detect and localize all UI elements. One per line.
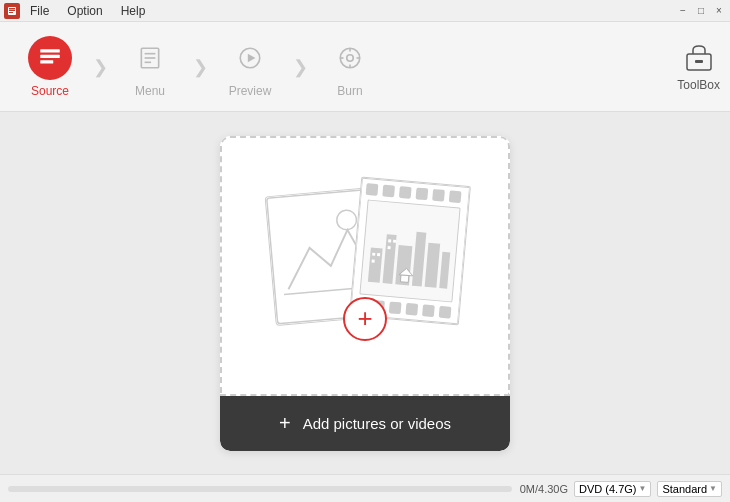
preview-icon-bg	[228, 36, 272, 80]
minimize-button[interactable]: −	[676, 4, 690, 18]
add-icon: +	[279, 412, 291, 435]
svg-rect-2	[9, 10, 15, 11]
menu-option[interactable]: Option	[59, 2, 110, 20]
svg-rect-5	[40, 54, 60, 57]
toolbar-burn[interactable]: Burn	[310, 27, 390, 107]
toolbar-preview[interactable]: Preview	[210, 27, 290, 107]
standard-label: Standard	[662, 483, 707, 495]
burn-icon	[337, 45, 363, 71]
progress-bar	[8, 486, 512, 492]
standard-dropdown-arrow: ▼	[709, 484, 717, 493]
arrow-3: ❯	[290, 42, 310, 92]
status-right: 0M/4.30G DVD (4.7G) ▼ Standard ▼	[520, 481, 722, 497]
add-media-button[interactable]: + Add pictures or videos	[220, 396, 510, 451]
svg-rect-1	[9, 8, 15, 10]
toolbox-label: ToolBox	[677, 78, 720, 92]
drop-zone[interactable]: ✦ ✦ ✦	[220, 136, 510, 451]
menu-label: Menu	[135, 84, 165, 98]
dvd-dropdown-arrow: ▼	[639, 484, 647, 493]
source-label: Source	[31, 84, 69, 98]
title-bar-left: File Option Help	[4, 2, 153, 20]
svg-rect-6	[40, 60, 53, 63]
app-icon	[4, 3, 20, 19]
size-status: 0M/4.30G	[520, 483, 568, 495]
menu-help[interactable]: Help	[113, 2, 154, 20]
toolbar: Source ❯ Menu ❯ Preview ❯	[0, 22, 730, 112]
svg-rect-27	[399, 186, 412, 199]
toolbox-icon	[683, 42, 715, 74]
add-label: Add pictures or videos	[303, 415, 451, 432]
illustration: ✦ ✦ ✦	[260, 171, 470, 371]
arrow-2: ❯	[190, 42, 210, 92]
toolbar-source[interactable]: Source	[10, 27, 90, 107]
window-controls: − □ ×	[676, 4, 726, 18]
main-content: ✦ ✦ ✦	[0, 112, 730, 474]
title-bar: File Option Help − □ ×	[0, 0, 730, 22]
svg-rect-28	[416, 187, 429, 200]
toolbar-menu[interactable]: Menu	[110, 27, 190, 107]
dvd-dropdown[interactable]: DVD (4.7G) ▼	[574, 481, 651, 497]
arrow-1: ❯	[90, 42, 110, 92]
menu-icon	[137, 45, 163, 71]
svg-rect-4	[40, 49, 60, 52]
burn-label: Burn	[337, 84, 362, 98]
preview-label: Preview	[229, 84, 272, 98]
burn-icon-bg	[328, 36, 372, 80]
svg-rect-34	[405, 302, 418, 315]
status-bar: 0M/4.30G DVD (4.7G) ▼ Standard ▼	[0, 474, 730, 502]
menu-file[interactable]: File	[22, 2, 57, 20]
svg-point-14	[347, 54, 354, 61]
source-icon	[37, 45, 63, 71]
drop-zone-inner: ✦ ✦ ✦	[220, 136, 510, 396]
svg-rect-26	[382, 184, 395, 197]
standard-dropdown[interactable]: Standard ▼	[657, 481, 722, 497]
add-media-plus[interactable]: +	[343, 297, 387, 341]
preview-icon	[237, 45, 263, 71]
svg-marker-12	[248, 53, 256, 62]
svg-rect-36	[439, 305, 452, 318]
close-button[interactable]: ×	[712, 4, 726, 18]
svg-rect-29	[432, 188, 445, 201]
svg-rect-25	[366, 183, 379, 196]
maximize-button[interactable]: □	[694, 4, 708, 18]
menu-icon-bg	[128, 36, 172, 80]
svg-rect-3	[9, 12, 13, 13]
svg-rect-33	[389, 301, 402, 314]
toolbox-button[interactable]: ToolBox	[677, 42, 720, 92]
svg-rect-30	[449, 190, 462, 203]
svg-rect-35	[422, 304, 435, 317]
source-icon-bg	[28, 36, 72, 80]
dvd-label: DVD (4.7G)	[579, 483, 636, 495]
svg-rect-20	[695, 60, 703, 63]
